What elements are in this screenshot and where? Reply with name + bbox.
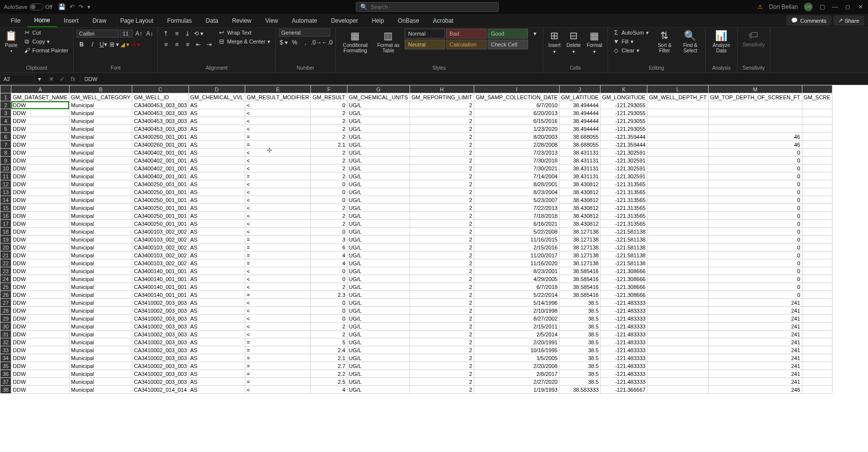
cell[interactable]: 6 bbox=[311, 244, 347, 251]
cell[interactable] bbox=[802, 354, 832, 362]
cell[interactable] bbox=[647, 109, 709, 117]
cell[interactable] bbox=[647, 220, 709, 228]
cell[interactable]: AS bbox=[189, 330, 245, 338]
cell[interactable]: 38.585416 bbox=[559, 275, 600, 283]
sensitivity-button[interactable]: 🏷Sensitivity bbox=[741, 29, 767, 48]
row-header[interactable]: 9 bbox=[0, 157, 11, 164]
formula-input[interactable] bbox=[80, 75, 868, 83]
redo-icon[interactable]: ↷ bbox=[78, 3, 83, 10]
cell[interactable]: DDW bbox=[11, 133, 70, 141]
cell[interactable] bbox=[802, 323, 832, 330]
cell[interactable]: 8/20/2003 bbox=[474, 133, 559, 141]
cell[interactable]: Municipal bbox=[69, 228, 132, 236]
cell[interactable] bbox=[802, 315, 832, 323]
align-center-icon[interactable]: ≡ bbox=[172, 40, 182, 49]
cell[interactable]: CA3400453_003_003 bbox=[132, 109, 189, 117]
cell[interactable]: < bbox=[245, 188, 311, 196]
cell[interactable]: 2 bbox=[410, 386, 474, 394]
cell[interactable]: 38.688055 bbox=[559, 141, 600, 149]
cell[interactable]: 0 bbox=[708, 149, 802, 157]
cell[interactable]: 2.1 bbox=[311, 141, 347, 149]
cell[interactable] bbox=[647, 228, 709, 236]
cell[interactable]: 2 bbox=[311, 220, 347, 228]
cell[interactable]: UG/L bbox=[347, 259, 410, 267]
underline-icon[interactable]: U ▾ bbox=[98, 40, 108, 49]
row-header[interactable]: 38 bbox=[0, 386, 11, 394]
cell[interactable] bbox=[802, 196, 832, 204]
tab-acrobat[interactable]: Acrobat bbox=[426, 14, 460, 27]
cell[interactable]: 38.127138 bbox=[559, 259, 600, 267]
cell[interactable]: UG/L bbox=[347, 133, 410, 141]
share-button[interactable]: ↗ Share bbox=[833, 15, 864, 26]
cell[interactable]: AS bbox=[189, 172, 245, 180]
cell[interactable] bbox=[647, 370, 709, 378]
cell[interactable]: Municipal bbox=[69, 354, 132, 362]
cell[interactable]: 2 bbox=[410, 259, 474, 267]
row-header[interactable]: 37 bbox=[0, 378, 11, 386]
cell[interactable]: 0 bbox=[708, 196, 802, 204]
cell[interactable]: AS bbox=[189, 354, 245, 362]
cell[interactable] bbox=[802, 291, 832, 299]
cell[interactable] bbox=[647, 267, 709, 275]
cell[interactable] bbox=[708, 125, 802, 133]
cell[interactable]: 2 bbox=[410, 354, 474, 362]
cell[interactable]: 38.494444 bbox=[559, 117, 600, 125]
tab-help[interactable]: Help bbox=[365, 14, 391, 27]
cell[interactable]: 2.2 bbox=[311, 370, 347, 378]
cell[interactable]: 2 bbox=[410, 141, 474, 149]
user-name[interactable]: Dori Bellan bbox=[769, 3, 798, 10]
cell[interactable]: < bbox=[245, 267, 311, 275]
cell[interactable]: UG/L bbox=[347, 338, 410, 346]
cell[interactable] bbox=[647, 362, 709, 370]
col-header-F[interactable]: F bbox=[311, 85, 347, 93]
cell[interactable]: 38.127138 bbox=[559, 228, 600, 236]
cell[interactable]: 0 bbox=[708, 164, 802, 172]
cell[interactable]: 7/30/2018 bbox=[474, 157, 559, 164]
cell[interactable]: 0 bbox=[708, 212, 802, 220]
cell[interactable]: < bbox=[245, 307, 311, 315]
cell[interactable]: DDW bbox=[11, 212, 70, 220]
row-header[interactable]: 28 bbox=[0, 307, 11, 315]
cell[interactable]: DDW bbox=[11, 188, 70, 196]
cell[interactable] bbox=[802, 259, 832, 267]
cell[interactable] bbox=[647, 204, 709, 212]
cell[interactable]: CA3410002_003_003 bbox=[132, 323, 189, 330]
row-header[interactable]: 29 bbox=[0, 315, 11, 323]
col-header-M[interactable]: M bbox=[708, 85, 802, 93]
cell[interactable] bbox=[647, 212, 709, 220]
cell[interactable]: GM_SAMP_COLLECTION_DATE bbox=[474, 93, 559, 101]
cell[interactable]: DDW bbox=[11, 228, 70, 236]
cell[interactable] bbox=[802, 117, 832, 125]
cell[interactable]: = bbox=[245, 172, 311, 180]
cell[interactable]: CA3400453_003_003 bbox=[132, 117, 189, 125]
col-header-E[interactable]: E bbox=[245, 85, 311, 93]
cell[interactable]: DDW bbox=[11, 164, 70, 172]
cell[interactable]: DDW bbox=[11, 196, 70, 204]
row-header[interactable]: 3 bbox=[0, 109, 11, 117]
cell[interactable]: UG/L bbox=[347, 354, 410, 362]
cell[interactable]: 38.5 bbox=[559, 346, 600, 354]
cell[interactable]: UG/L bbox=[347, 109, 410, 117]
col-header-C[interactable]: C bbox=[132, 85, 189, 93]
cancel-formula-icon[interactable]: ✕ bbox=[46, 76, 56, 82]
cell[interactable]: AS bbox=[189, 378, 245, 386]
cell[interactable] bbox=[647, 299, 709, 307]
cell[interactable]: 2 bbox=[410, 236, 474, 244]
cell[interactable]: UG/L bbox=[347, 346, 410, 354]
style-neutral[interactable]: Neutral bbox=[405, 40, 445, 49]
row-header[interactable]: 27 bbox=[0, 299, 11, 307]
cell[interactable]: -121.302591 bbox=[601, 157, 647, 164]
align-middle-icon[interactable]: ≡ bbox=[172, 29, 182, 39]
style-check-cell[interactable]: Check Cell bbox=[488, 40, 528, 49]
cell[interactable]: AS bbox=[189, 101, 245, 109]
find-select-button[interactable]: 🔍Find & Select bbox=[679, 29, 702, 54]
cell[interactable]: -121.359444 bbox=[601, 141, 647, 149]
cell[interactable]: -121.359444 bbox=[601, 133, 647, 141]
cell[interactable]: 2 bbox=[311, 149, 347, 157]
insert-button[interactable]: ⊞Insert▾ bbox=[546, 29, 563, 55]
cell[interactable]: 0 bbox=[708, 236, 802, 244]
cell[interactable]: 0 bbox=[708, 275, 802, 283]
cell[interactable]: 2 bbox=[311, 330, 347, 338]
cell[interactable] bbox=[647, 323, 709, 330]
cell[interactable]: = bbox=[245, 236, 311, 244]
